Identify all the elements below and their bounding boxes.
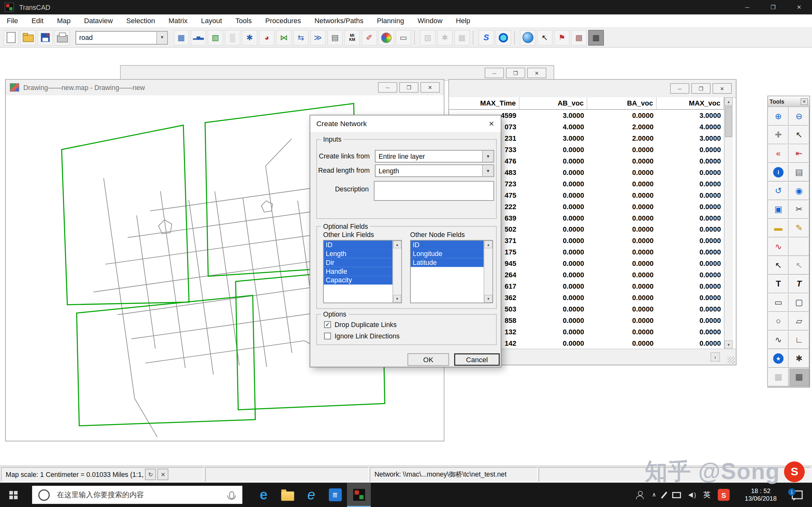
menu-item-tools[interactable]: Tools [229,14,258,27]
close-icon[interactable]: ✕ [801,98,808,105]
north-star-tool[interactable]: ★ [768,349,789,368]
flow-lines-button[interactable]: ≫ [310,30,326,45]
theme-circle-button[interactable] [496,30,511,45]
minimize-button[interactable]: ─ [378,82,397,93]
list-item-handle[interactable]: Handle [323,267,392,276]
image-button[interactable]: ▨ [420,30,436,45]
rectangle-tool[interactable]: ▭ [768,293,789,312]
chart-button[interactable]: ▂▅▃ [191,30,206,45]
scrollbar-thumb[interactable] [725,106,732,137]
rotate-view-tool[interactable]: ↺ [768,181,789,200]
other-link-fields-list[interactable]: IDLengthDirHandleCapacity ▲ ▼ [323,240,402,303]
list-scrollbar[interactable]: ▲ ▼ [484,240,493,302]
scroll-up-button[interactable]: ▲ [724,97,733,106]
text-tool[interactable]: T [768,275,789,293]
open-file-button[interactable] [20,30,36,45]
route-system-button[interactable]: S [478,30,494,45]
minimize-button[interactable]: ─ [485,68,504,78]
list-item-id[interactable]: ID [323,240,392,249]
menu-item-matrix[interactable]: Matrix [162,14,194,27]
polyline-tool[interactable]: ∿ [768,331,789,349]
list-item-length[interactable]: Length [323,249,392,258]
snap-tool[interactable]: ✱ [789,349,809,368]
ok-button[interactable]: OK [408,353,449,366]
menu-item-file[interactable]: File [0,14,25,27]
info-tool[interactable]: i [768,163,789,181]
read-length-from-dropdown[interactable]: Length ▼ [375,164,494,177]
taskbar-app-edge[interactable]: e [252,483,275,507]
resize-grip[interactable] [728,356,735,364]
scroll-down-button[interactable]: ▼ [484,295,493,302]
description-input[interactable] [374,181,494,201]
pan-tool[interactable]: ✚ [768,126,789,145]
menu-item-layout[interactable]: Layout [194,14,229,27]
close-button[interactable]: ✕ [527,68,546,78]
zoom-in-tool[interactable]: ⊕ [768,107,789,126]
previous-scale-tool[interactable]: « [768,145,789,163]
map-editing-tool[interactable]: ✎ [789,219,809,238]
scroll-down-button[interactable]: ▼ [393,295,401,302]
scale-close-button[interactable]: ✕ [158,469,168,480]
taskbar-app-app-window[interactable]: ≣ [323,483,347,507]
grid-button[interactable]: ▦ [454,30,470,45]
zoom-out-tool[interactable]: ⊖ [789,107,809,126]
checkbox-drop-duplicate-links[interactable]: ✓ [324,321,331,328]
maximize-button[interactable]: ❐ [506,68,525,78]
save-button[interactable] [38,30,53,45]
layer-dropdown-arrow-icon[interactable]: ▼ [156,32,167,44]
star-network-button[interactable]: ✱ [242,30,257,45]
column-header-max-time[interactable]: MAX_Time [449,97,519,109]
list-item-latitude[interactable]: Latitude [411,258,484,267]
scroll-right-button[interactable]: › [711,352,720,361]
checkbox-ignore-link-directions[interactable] [324,333,331,339]
maximize-button[interactable]: ❐ [692,83,711,94]
maximize-button[interactable]: ❐ [399,82,418,93]
dot-grid-button[interactable]: ▒ [225,30,241,45]
chevron-down-icon[interactable]: ▼ [482,151,494,162]
minimize-button[interactable]: ─ [734,0,760,14]
close-button[interactable]: ✕ [713,83,732,94]
highlight-button[interactable]: ✐ [362,30,377,45]
measure-tool[interactable]: ▬ [768,219,789,238]
column-header-max-voc[interactable]: MAX_voc [657,97,724,109]
menu-item-map[interactable]: Map [50,14,77,27]
italic-text-tool[interactable]: T [789,275,809,293]
list-scrollbar[interactable]: ▲ ▼ [393,240,402,302]
scroll-up-button[interactable]: ▲ [484,240,493,248]
new-file-button[interactable] [3,30,19,45]
menu-item-window[interactable]: Window [411,14,449,27]
layer-dropdown[interactable]: road ▼ [75,31,168,44]
column-header-ba-voc[interactable]: BA_voc [587,97,657,109]
list-item-dir[interactable]: Dir [323,258,392,267]
taskbar-app-internet-explorer[interactable]: e [299,483,323,507]
menu-item-networks-paths[interactable]: Networks/Paths [308,14,370,27]
taskbar-app-transcad[interactable] [347,483,371,507]
pie-theme-button[interactable]: ◕ [259,30,274,45]
create-links-from-dropdown[interactable]: Entire line layer ▼ [375,150,494,162]
initial-scale-tool[interactable]: ⇤ [789,145,809,163]
palette-button[interactable] [378,30,394,45]
column-header-ab-voc[interactable]: AB_voc [519,97,588,109]
delete-tool[interactable]: ✂ [789,200,809,219]
units-button[interactable]: MIKM [345,30,360,45]
globe-button[interactable] [520,30,536,45]
new-dataview-button[interactable]: ▦ [173,30,189,45]
pointer-tool[interactable]: ↖ [768,256,789,275]
select-by-shape-tool[interactable]: ▣ [768,200,789,219]
swap-arrows-button[interactable]: ⇆ [293,30,309,45]
crosshatch-button[interactable]: ▩ [571,30,587,45]
star-button[interactable]: ✱ [437,30,453,45]
grid-tool[interactable]: ▦ [768,368,789,387]
menu-item-procedures[interactable]: Procedures [258,14,308,27]
label-tag-button[interactable]: ▭ [396,30,411,45]
close-button[interactable]: ✕ [420,82,440,93]
list-item-id[interactable]: ID [411,240,484,249]
select-pointer-tool[interactable]: ↖ [789,126,809,145]
paint-flag-button[interactable]: ⚑ [554,30,570,45]
close-button[interactable]: ✕ [786,0,812,14]
maximize-button[interactable]: ❐ [760,0,786,14]
layout-grid-tool[interactable]: ▦ [789,368,809,387]
scale-refresh-button[interactable]: ↻ [145,469,156,480]
minimize-button[interactable]: ─ [670,83,689,94]
center-view-tool[interactable]: ◉ [789,181,809,200]
